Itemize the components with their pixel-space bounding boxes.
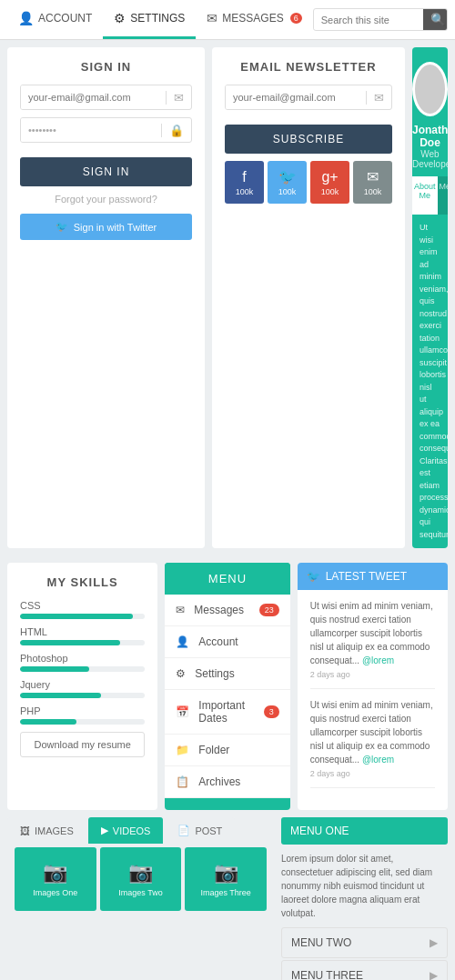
skill-html-bar [20,640,120,645]
images-tab-label: IMAGES [35,825,74,836]
skill-php: PHP [20,705,145,725]
nav-messages[interactable]: ✉ MESSAGES 6 [196,0,312,39]
newsletter-email-group: ✉ [225,85,392,110]
profile-tabs: About Me Messages Add as a friend [412,176,448,215]
newsletter-title: EMAIL NEWSLETTER [225,60,392,74]
email-input[interactable] [21,85,166,109]
skill-photoshop-bar [20,666,89,672]
menu-two-label: MENU TWO [291,936,351,949]
skill-css: CSS [20,600,145,619]
twitter-count: 100k [278,187,297,196]
media-img-3[interactable]: 📷 Images Three [185,847,267,911]
menulist-section: MENU ONE Lorem ipsum dolor sit amet, con… [281,817,448,980]
social-row: f 100k 🐦 100k g+ 100k ✉ 100k [225,161,392,204]
tweets-title: LATEST TWEET [326,570,407,583]
password-input-group: 🔒 [20,117,192,143]
menu-item-settings[interactable]: ⚙ Settings [165,658,289,690]
media-img-2[interactable]: 📷 Images Two [100,847,182,911]
tweet-time-2: 2 days ago [310,769,435,778]
camera-icon-1: 📷 [43,861,67,885]
tweet-text-1: Ut wisi enim ad minim veniam, quis nostr… [310,599,435,667]
tweet-link-1[interactable]: @lorem [362,655,394,665]
tab-videos[interactable]: ▶ VIDEOS [88,817,164,844]
menulist-item-2[interactable]: MENU TWO ▶ [281,927,448,958]
nav-settings[interactable]: ⚙ SETTINGS [103,0,196,39]
menu-account-label: Account [198,635,278,648]
tweet-item-2: Ut wisi enim ad minim veniam, quis nostr… [310,698,435,788]
gplus-button[interactable]: g+ 100k [310,161,349,204]
media-img-1-label: Images One [33,888,77,897]
chevron-right-icon-3: ▶ [430,969,438,980]
videos-tab-icon: ▶ [101,825,108,836]
twitter-signin-button[interactable]: 🐦 Sign in with Twitter [20,214,192,240]
skill-css-bar [20,614,133,619]
camera-icon-3: 📷 [214,861,238,885]
menu-item-archives[interactable]: 📋 Archives [165,766,289,798]
menu-messages-label: Messages [194,604,258,616]
row-2: MY SKILLS CSS HTML Photoshop Jquery PHP … [0,555,455,817]
settings-menu-icon: ⚙ [176,667,186,680]
profile-name: Jonathan Doe [412,124,448,149]
twitter-signin-label: Sign in with Twitter [74,222,157,233]
twitter-icon: 🐦 [56,221,68,233]
download-resume-button[interactable]: Download my resume [20,732,145,757]
tab-messages[interactable]: Messages [438,176,448,215]
menu-folder-label: Folder [198,744,278,756]
twitter-social-button[interactable]: 🐦 100k [268,161,307,204]
tweet-link-2[interactable]: @lorem [362,755,394,765]
nav-messages-label: MESSAGES [222,12,283,25]
menu-settings-label: Settings [195,667,278,680]
email-social-button[interactable]: ✉ 100k [353,161,392,204]
password-input[interactable] [21,118,161,142]
email-social-count: 100k [364,187,382,196]
profile-role: Web Developer [412,149,448,169]
folder-menu-icon: 📁 [176,744,189,756]
nav-account-label: ACCOUNT [38,12,92,25]
menu-item-folder[interactable]: 📁 Folder [165,735,289,766]
menu-item-dates[interactable]: 📅 Important Dates 3 [165,690,289,735]
media-img-2-label: Images Two [118,888,162,897]
signin-button[interactable]: SIGN IN [20,157,192,186]
menu-item-account[interactable]: 👤 Account [165,626,289,658]
lock-icon: 🔒 [161,124,191,137]
skill-html: HTML [20,626,145,645]
tab-about-me[interactable]: About Me [412,176,438,215]
gplus-count: 100k [321,187,339,196]
tab-post[interactable]: 📄 POST [165,817,235,844]
archives-menu-icon: 📋 [176,775,189,788]
avatar [412,62,448,116]
skill-php-bar [20,719,76,725]
nav-account[interactable]: 👤 ACCOUNT [7,0,103,39]
menu-archives-label: Archives [198,775,278,788]
messages-icon: ✉ [207,11,217,25]
media-img-1[interactable]: 📷 Images One [15,847,96,911]
chevron-right-icon-2: ▶ [430,936,438,949]
menu-header: MENU [165,563,289,595]
forgot-password-link[interactable]: Forgot your password? [20,194,192,205]
menulist-item-3[interactable]: MENU THREE ▶ [281,960,448,980]
nav-settings-label: SETTINGS [130,12,185,25]
email-input-group: ✉ [20,85,192,110]
tab-images[interactable]: 🖼 IMAGES [7,817,86,844]
menu-item-messages[interactable]: ✉ Messages 23 [165,595,289,626]
skills-title: MY SKILLS [20,575,145,589]
messages-menu-icon: ✉ [176,604,185,616]
twitter-social-icon: 🐦 [278,168,297,185]
skill-jquery: Jquery [20,679,145,698]
messages-menu-badge: 23 [259,604,279,616]
dates-menu-icon: 📅 [176,705,189,718]
settings-icon: ⚙ [114,11,126,25]
newsletter-email-input[interactable] [226,85,366,109]
camera-icon-2: 📷 [128,861,153,885]
menu-three-label: MENU THREE [291,969,363,980]
facebook-button[interactable]: f 100k [225,161,264,204]
menu-section: MENU ✉ Messages 23 👤 Account ⚙ Settings … [165,563,289,810]
email-icon: ✉ [166,91,191,105]
profile-avatar-container [412,47,448,124]
skill-jquery-bar [20,693,101,698]
subscribe-button[interactable]: SUBSCRIBE [225,125,392,154]
tweets-section: 🐦 LATEST TWEET Ut wisi enim ad minim ven… [298,563,448,810]
search-button[interactable]: 🔍 [423,9,448,30]
videos-tab-label: VIDEOS [113,825,151,836]
search-input[interactable] [314,11,423,29]
